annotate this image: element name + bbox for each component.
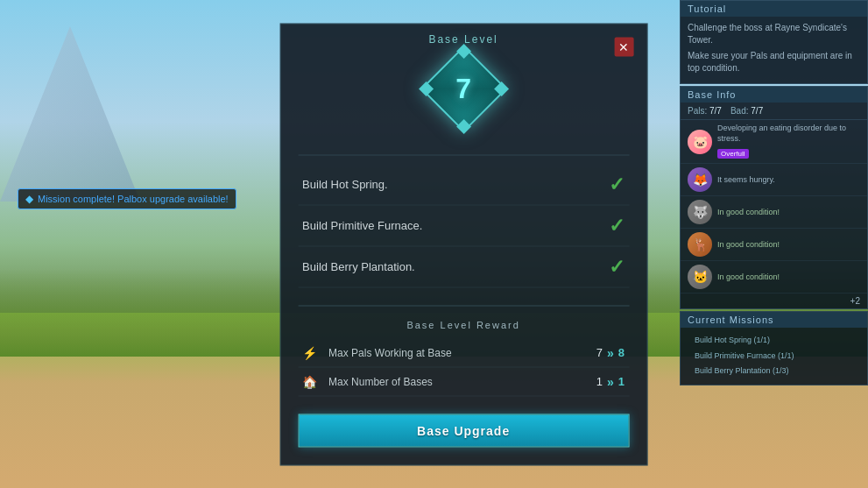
current-mission-2: Build Primitive Furnace (1/1) [688,349,860,364]
pal-status-4: In good condition! [717,240,860,249]
mission-list: Build Hot Spring. ✓ Build Primitive Furn… [298,154,629,287]
current-mission-3: Build Berry Plantation (1/3) [688,364,860,379]
tutorial-panel: Tutorial Challenge the boss at Rayne Syn… [680,0,868,84]
tutorial-challenge-text: Challenge the boss at Rayne Syndicate's … [688,22,860,46]
reward-values-2: 1 » 1 [596,374,625,388]
mission-text-2: Build Primitive Furnace. [302,219,422,232]
tutorial-sub-text: Make sure your Pals and equipment are in… [688,50,860,74]
pal-entry-5: 🐱 In good condition! [681,261,867,294]
bad-stat: 7/7 [751,106,763,116]
pal-avatar-4: 🦌 [688,232,712,257]
pal-entry-4: 🦌 In good condition! [681,229,867,261]
mission-text-3: Build Berry Plantation. [302,260,415,273]
reward-item-1: ⚡ Max Pals Working at Base 7 » 8 [298,338,629,367]
pal-entry-1: 🐷 Developing an eating disorder due to s… [681,120,867,164]
pal-avatar-1: 🐷 [688,130,712,154]
tutorial-title: Tutorial [681,1,867,17]
pal-status-5: In good condition! [717,272,860,281]
mission-complete-text: Mission complete! Palbox upgrade availab… [38,194,229,204]
diamond-badge: 7 [424,49,503,128]
current-mission-1: Build Hot Spring (1/1) [688,333,860,349]
pal-avatar-3: 🐺 [688,200,712,224]
reward-section: Base Level Reward ⚡ Max Pals Working at … [298,305,629,396]
pal-info-5: In good condition! [717,272,860,281]
pals-label: Pals [688,106,704,116]
mission-complete-icon: ◆ [25,193,33,205]
pal-status-2: It seems hungry. [717,175,860,186]
pals-icon: ⚡ [302,345,320,359]
pal-status-3: In good condition! [717,208,860,216]
tutorial-content: Challenge the boss at Rayne Syndicate's … [681,17,867,83]
mission-text-1: Build Hot Spring. [302,178,388,191]
pal-status-1: Developing an eating disorder due to str… [717,124,860,144]
pal-avatar-5: 🐱 [688,265,712,289]
pal-tag-1: Overfull [717,149,749,159]
mission-item-2: Build Primitive Furnace. ✓ [298,205,629,246]
reward-old-value-2: 1 [596,375,603,388]
pal-entry-3: 🐺 In good condition! [681,196,867,229]
current-missions-content: Build Hot Spring (1/1) Build Primitive F… [681,328,867,385]
mission-check-3: ✓ [609,255,625,278]
reward-arrow-2: » [607,374,614,388]
level-badge-container: Base Level 7 [298,32,629,128]
current-missions-title: Current Missions [681,312,867,328]
mission-complete-banner: ◆ Mission complete! Palbox upgrade avail… [18,188,236,209]
pal-info-4: In good condition! [717,240,860,249]
base-info-title: Base Info [681,87,867,103]
reward-new-value-2: 1 [618,375,625,388]
mission-check-1: ✓ [609,173,625,195]
base-info-panel: Base Info Pals: 7/7 Bad: 7/7 🐷 Developin… [680,86,868,309]
reward-arrow-1: » [607,345,614,359]
close-button[interactable]: ✕ [614,37,633,56]
plus-more: +2 [681,294,867,308]
right-panel: Tutorial Challenge the boss at Rayne Syn… [680,0,868,488]
pal-info-2: It seems hungry. [717,175,860,186]
pal-entry-2: 🦊 It seems hungry. [681,164,867,196]
reward-values-1: 7 » 8 [596,345,625,359]
level-number: 7 [455,73,471,105]
pals-stat: 7/7 [709,106,722,116]
bad-label: Bad [730,106,746,116]
reward-new-value-1: 8 [618,346,625,359]
mission-check-2: ✓ [609,214,625,237]
pal-info-1: Developing an eating disorder due to str… [717,124,860,159]
reward-label-1: Max Pals Working at Base [328,346,588,358]
reward-title: Base Level Reward [298,305,629,329]
reward-item-2: 🏠 Max Number of Bases 1 » 1 [298,367,629,396]
pal-avatar-2: 🦊 [688,167,712,192]
reward-old-value-1: 7 [596,346,603,359]
bases-icon: 🏠 [302,374,320,388]
base-upgrade-button[interactable]: Base Upgrade [298,414,629,447]
mission-item-3: Build Berry Plantation. ✓ [298,246,629,287]
reward-label-2: Max Number of Bases [328,375,588,387]
level-up-dialog: ✕ Base Level 7 Build Hot Spring. ✓ Build… [279,23,647,465]
mission-item-1: Build Hot Spring. ✓ [298,164,629,205]
base-stats-row: Pals: 7/7 Bad: 7/7 [681,103,867,120]
current-missions-panel: Current Missions Build Hot Spring (1/1) … [680,311,868,385]
pal-info-3: In good condition! [717,208,860,216]
